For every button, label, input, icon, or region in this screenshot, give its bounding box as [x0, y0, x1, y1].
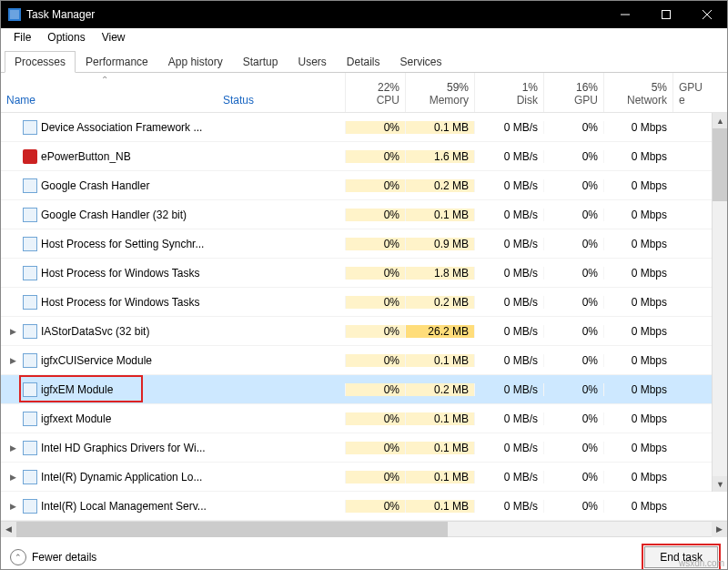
process-icon [23, 412, 37, 426]
fewer-details-button[interactable]: ⌃ Fewer details [10, 549, 96, 565]
table-row[interactable]: ▶Intel(R) Local Management Serv...0%0.1 … [1, 492, 727, 521]
memory-cell: 0.1 MB [405, 471, 474, 483]
process-name-cell: ▶IAStorDataSvc (32 bit) [1, 324, 217, 339]
memory-cell: 0.1 MB [405, 121, 474, 134]
tab-details[interactable]: Details [337, 51, 390, 73]
network-cell: 0 Mbps [603, 325, 672, 338]
close-button[interactable] [686, 1, 727, 28]
cpu-cell: 0% [345, 267, 405, 280]
disk-cell: 0 MB/s [474, 471, 543, 483]
gpu-cell: 0% [543, 179, 603, 192]
process-name: Host Process for Windows Tasks [41, 267, 200, 280]
expand-icon[interactable]: ▶ [6, 502, 19, 511]
cpu-cell: 0% [345, 383, 405, 396]
header-disk[interactable]: 1%Disk [474, 73, 543, 112]
process-icon [23, 324, 37, 339]
table-row[interactable]: ▶igfxCUIService Module0%0.1 MB0 MB/s0%0 … [1, 346, 727, 375]
process-icon [23, 441, 37, 455]
disk-cell: 0 MB/s [474, 296, 543, 309]
expand-icon[interactable]: ▶ [6, 327, 19, 336]
table-row[interactable]: Device Association Framework ...0%0.1 MB… [1, 113, 727, 142]
disk-cell: 0 MB/s [474, 209, 543, 221]
table-row[interactable]: Host Process for Windows Tasks0%0.2 MB0 … [1, 288, 727, 317]
tab-performance[interactable]: Performance [76, 51, 158, 73]
tab-app-history[interactable]: App history [158, 51, 233, 73]
gpu-cell: 0% [543, 500, 603, 513]
process-table: ⌃ Name Status 22%CPU 59%Memory 1%Disk 16… [1, 73, 727, 521]
header-memory[interactable]: 59%Memory [405, 73, 474, 112]
disk-cell: 0 MB/s [474, 383, 543, 396]
process-icon [23, 266, 37, 280]
menu-file[interactable]: File [6, 31, 38, 44]
scroll-thumb-horizontal[interactable] [16, 522, 448, 537]
menu-view[interactable]: View [95, 31, 133, 44]
scroll-right-icon[interactable]: ▶ [712, 522, 727, 537]
table-row[interactable]: Google Crash Handler (32 bit)0%0.1 MB0 M… [1, 200, 727, 229]
memory-cell: 1.8 MB [405, 267, 474, 280]
process-name: Intel(R) Local Management Serv... [41, 500, 207, 513]
process-name-cell: ePowerButton_NB [1, 149, 217, 164]
header-status[interactable]: Status [217, 73, 345, 112]
table-row[interactable]: ePowerButton_NB0%1.6 MB0 MB/s0%0 Mbps [1, 142, 727, 171]
expand-icon[interactable]: ▶ [6, 356, 19, 365]
cpu-cell: 0% [345, 412, 405, 425]
scroll-down-icon[interactable]: ▼ [713, 476, 728, 492]
table-row[interactable]: ▶IAStorDataSvc (32 bit)0%26.2 MB0 MB/s0%… [1, 317, 727, 346]
disk-cell: 0 MB/s [474, 267, 543, 280]
table-row[interactable]: ▶Intel HD Graphics Drivers for Wi...0%0.… [1, 433, 727, 463]
gpu-cell: 0% [543, 325, 603, 338]
network-cell: 0 Mbps [603, 471, 672, 483]
expand-icon[interactable]: ▶ [6, 443, 19, 453]
process-name: igfxEM Module [41, 383, 113, 396]
memory-cell: 0.2 MB [405, 179, 474, 192]
scroll-left-icon[interactable]: ◀ [1, 522, 16, 537]
process-icon [23, 237, 37, 251]
watermark: wsxdn.com [679, 558, 724, 568]
cpu-cell: 0% [345, 238, 405, 250]
tab-services[interactable]: Services [390, 51, 452, 73]
scroll-thumb-vertical[interactable] [713, 128, 727, 201]
menu-options[interactable]: Options [40, 31, 92, 44]
table-row[interactable]: Google Crash Handler0%0.2 MB0 MB/s0%0 Mb… [1, 171, 727, 200]
memory-cell: 0.1 MB [405, 209, 474, 221]
process-name-cell: igfxEM Module [1, 382, 217, 397]
header-gpu-engine[interactable]: GPU e [672, 73, 709, 112]
cpu-cell: 0% [345, 121, 405, 134]
cpu-cell: 0% [345, 442, 405, 454]
process-name-cell: Device Association Framework ... [1, 120, 217, 135]
tab-processes[interactable]: Processes [5, 51, 76, 73]
process-icon [23, 382, 37, 397]
gpu-cell: 0% [543, 209, 603, 221]
gpu-cell: 0% [543, 150, 603, 163]
cpu-cell: 0% [345, 471, 405, 483]
process-name-cell: Google Crash Handler (32 bit) [1, 208, 217, 222]
disk-cell: 0 MB/s [474, 412, 543, 425]
tab-startup[interactable]: Startup [233, 51, 288, 73]
header-cpu[interactable]: 22%CPU [345, 73, 405, 112]
table-row[interactable]: igfxEM Module0%0.2 MB0 MB/s0%0 Mbps [1, 375, 727, 404]
memory-cell: 0.1 MB [405, 442, 474, 454]
expand-icon[interactable]: ▶ [6, 473, 19, 482]
vertical-scrollbar[interactable]: ▲ ▼ [712, 113, 727, 492]
header-name[interactable]: ⌃ Name [1, 73, 217, 112]
gpu-cell: 0% [543, 412, 603, 425]
tab-users[interactable]: Users [288, 51, 336, 73]
header-gpu[interactable]: 16%GPU [543, 73, 603, 112]
table-row[interactable]: Host Process for Windows Tasks0%1.8 MB0 … [1, 259, 727, 288]
process-name-cell: ▶Intel(R) Local Management Serv... [1, 499, 217, 514]
process-name: ePowerButton_NB [41, 150, 131, 163]
process-name: Device Association Framework ... [41, 121, 202, 134]
minimize-button[interactable] [604, 1, 645, 28]
disk-cell: 0 MB/s [474, 121, 543, 134]
disk-cell: 0 MB/s [474, 238, 543, 250]
maximize-button[interactable] [645, 1, 686, 28]
memory-cell: 0.1 MB [405, 412, 474, 425]
horizontal-scrollbar[interactable]: ◀ ▶ [1, 521, 727, 536]
table-row[interactable]: ▶Intel(R) Dynamic Application Lo...0%0.1… [1, 463, 727, 492]
header-network[interactable]: 5%Network [603, 73, 672, 112]
scroll-up-icon[interactable]: ▲ [713, 113, 728, 128]
table-row[interactable]: igfxext Module0%0.1 MB0 MB/s0%0 Mbps [1, 404, 727, 433]
process-name: Google Crash Handler [41, 179, 149, 192]
svg-rect-3 [662, 11, 670, 19]
table-row[interactable]: Host Process for Setting Synchr...0%0.9 … [1, 229, 727, 259]
